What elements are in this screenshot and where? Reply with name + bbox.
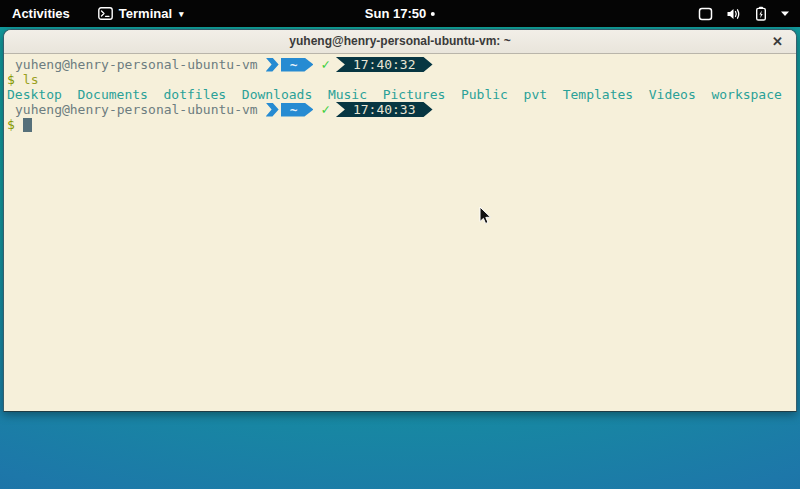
window-titlebar[interactable]: yuheng@henry-personal-ubuntu-vm: ~ ✕ (4, 30, 796, 54)
activities-button[interactable]: Activities (12, 6, 70, 21)
screen-icon[interactable] (698, 7, 713, 21)
chevron-down-icon[interactable] (780, 10, 790, 17)
clock-label: Sun 17:50 (365, 6, 426, 21)
prompt-dollar: $ (7, 117, 15, 132)
text-cursor (23, 118, 32, 132)
ls-output-line: Desktop Documents dotfiles Downloads Mus… (7, 87, 793, 102)
command-line: $ ls (7, 72, 793, 87)
close-icon[interactable]: ✕ (772, 30, 783, 54)
battery-charging-icon[interactable] (755, 6, 767, 21)
prompt-timestamp: 17:40:32 (336, 57, 433, 72)
typed-command: ls (23, 72, 39, 87)
prompt-timestamp: 17:40:33 (336, 102, 433, 117)
prompt-host: yuheng@henry-personal-ubuntu-vm (7, 102, 258, 117)
prompt-dollar: $ (7, 72, 15, 87)
prompt-path-badge: ~ (281, 58, 314, 72)
check-icon: ✓ (321, 57, 329, 72)
app-menu-label: Terminal (119, 6, 172, 21)
powerline-chevron-icon (266, 103, 279, 117)
prompt-host: yuheng@henry-personal-ubuntu-vm (7, 57, 258, 72)
terminal-window: yuheng@henry-personal-ubuntu-vm: ~ ✕ yuh… (3, 29, 797, 412)
input-line[interactable]: $ (7, 117, 793, 132)
check-icon: ✓ (321, 102, 329, 117)
chevron-down-icon: ▾ (179, 9, 184, 19)
prompt-line-1: yuheng@henry-personal-ubuntu-vm ~ ✓ 17:4… (7, 57, 793, 72)
desktop-background: Activities Terminal ▾ Sun 17:50 (0, 0, 800, 489)
clock-button[interactable]: Sun 17:50 (365, 0, 435, 27)
prompt-line-2: yuheng@henry-personal-ubuntu-vm ~ ✓ 17:4… (7, 102, 793, 117)
prompt-path-badge: ~ (281, 103, 314, 117)
terminal-content[interactable]: yuheng@henry-personal-ubuntu-vm ~ ✓ 17:4… (4, 54, 796, 411)
app-menu-terminal[interactable]: Terminal ▾ (98, 6, 184, 21)
notification-dot-icon (431, 12, 435, 16)
top-bar: Activities Terminal ▾ Sun 17:50 (0, 0, 800, 27)
powerline-chevron-icon (266, 58, 279, 72)
window-title: yuheng@henry-personal-ubuntu-vm: ~ (289, 34, 510, 48)
volume-icon[interactable] (726, 7, 742, 21)
terminal-icon (98, 7, 113, 20)
system-status-area[interactable] (698, 0, 794, 27)
